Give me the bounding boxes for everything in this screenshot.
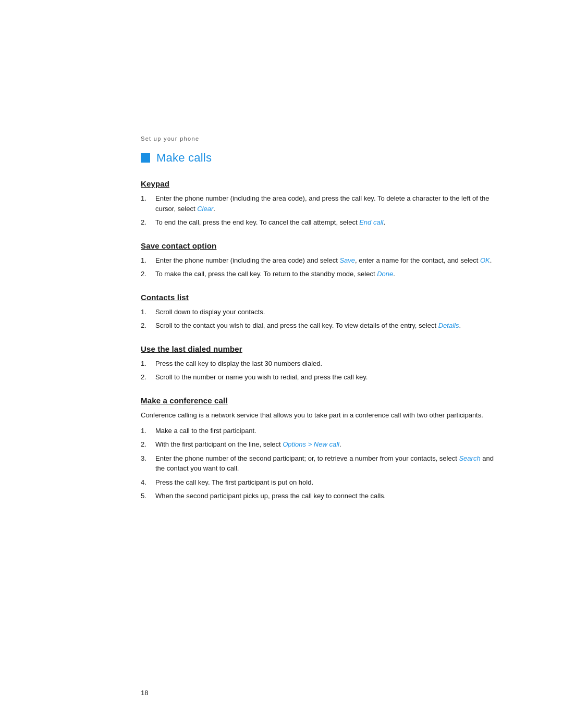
list-number: 2. xyxy=(141,217,155,228)
subsection-title-conference-call: Make a conference call xyxy=(141,396,495,405)
list-number: 1. xyxy=(141,307,155,317)
breadcrumb: Set up your phone xyxy=(141,135,495,142)
list-number: 5. xyxy=(141,491,155,501)
end-call-link[interactable]: End call xyxy=(359,218,383,226)
list-number: 2. xyxy=(141,372,155,382)
list-item: 1. Scroll down to display your contacts. xyxy=(141,307,495,317)
list-item: 2. With the first participant on the lin… xyxy=(141,439,495,450)
list-number: 1. xyxy=(141,255,155,266)
search-link[interactable]: Search xyxy=(459,454,480,462)
section-title-row: Make calls xyxy=(141,151,495,165)
list-number: 3. xyxy=(141,453,155,464)
subsection-save-contact: Save contact option 1. Enter the phone n… xyxy=(141,241,495,279)
subsection-title-keypad: Keypad xyxy=(141,179,495,188)
conference-intro: Conference calling is a network service … xyxy=(141,410,495,421)
content-area: Set up your phone Make calls Keypad 1. E… xyxy=(141,0,495,557)
contacts-list: 1. Scroll down to display your contacts.… xyxy=(141,307,495,331)
done-link[interactable]: Done xyxy=(377,270,393,278)
list-number: 1. xyxy=(141,426,155,436)
list-item: 2. Scroll to the contact you wish to dia… xyxy=(141,320,495,331)
clear-link[interactable]: Clear xyxy=(197,205,213,213)
ok-link[interactable]: OK xyxy=(480,256,490,264)
list-item: 5. When the second participant picks up,… xyxy=(141,491,495,501)
list-item: 3. Enter the phone number of the second … xyxy=(141,453,495,474)
subsection-last-dialed: Use the last dialed number 1. Press the … xyxy=(141,344,495,382)
list-text: Press the call key. The first participan… xyxy=(155,477,495,488)
list-number: 1. xyxy=(141,359,155,369)
page-container: Set up your phone Make calls Keypad 1. E… xyxy=(0,0,563,728)
list-text: With the first participant on the line, … xyxy=(155,439,495,450)
subsection-title-contacts-list: Contacts list xyxy=(141,293,495,302)
list-item: 2. Scroll to the number or name you wish… xyxy=(141,372,495,382)
list-item: 4. Press the call key. The first partici… xyxy=(141,477,495,488)
list-number: 2. xyxy=(141,269,155,279)
list-text: When the second participant picks up, pr… xyxy=(155,491,495,501)
list-number: 1. xyxy=(141,193,155,204)
list-item: 1. Enter the phone number (including the… xyxy=(141,193,495,214)
list-text: To make the call, press the call key. To… xyxy=(155,269,495,279)
list-text: Enter the phone number of the second par… xyxy=(155,453,495,474)
list-number: 2. xyxy=(141,439,155,450)
list-text: Scroll to the contact you wish to dial, … xyxy=(155,320,495,331)
subsection-keypad: Keypad 1. Enter the phone number (includ… xyxy=(141,179,495,228)
list-text: Scroll to the number or name you wish to… xyxy=(155,372,495,382)
list-number: 2. xyxy=(141,320,155,331)
list-text: Press the call key to display the last 3… xyxy=(155,359,495,369)
list-text: Enter the phone number (including the ar… xyxy=(155,193,495,214)
last-dialed-list: 1. Press the call key to display the las… xyxy=(141,359,495,382)
subsection-title-last-dialed: Use the last dialed number xyxy=(141,344,495,353)
save-link[interactable]: Save xyxy=(339,256,355,264)
list-item: 1. Press the call key to display the las… xyxy=(141,359,495,369)
keypad-list: 1. Enter the phone number (including the… xyxy=(141,193,495,228)
list-item: 1. Make a call to the first participant. xyxy=(141,426,495,436)
main-title: Make calls xyxy=(156,151,212,165)
list-item: 2. To end the call, press the end key. T… xyxy=(141,217,495,228)
list-number: 4. xyxy=(141,477,155,488)
list-item: 1. Enter the phone number (including the… xyxy=(141,255,495,266)
blue-square-icon xyxy=(141,153,150,163)
details-link[interactable]: Details xyxy=(438,322,459,329)
options-new-call-link[interactable]: Options > New call xyxy=(283,440,339,448)
save-contact-list: 1. Enter the phone number (including the… xyxy=(141,255,495,279)
page-number: 18 xyxy=(141,689,148,697)
subsection-title-save-contact: Save contact option xyxy=(141,241,495,250)
subsection-contacts-list: Contacts list 1. Scroll down to display … xyxy=(141,293,495,331)
list-item: 2. To make the call, press the call key.… xyxy=(141,269,495,279)
conference-list: 1. Make a call to the first participant.… xyxy=(141,426,495,501)
list-text: Make a call to the first participant. xyxy=(155,426,495,436)
list-text: To end the call, press the end key. To c… xyxy=(155,217,495,228)
list-text: Scroll down to display your contacts. xyxy=(155,307,495,317)
list-text: Enter the phone number (including the ar… xyxy=(155,255,495,266)
subsection-conference-call: Make a conference call Conference callin… xyxy=(141,396,495,501)
